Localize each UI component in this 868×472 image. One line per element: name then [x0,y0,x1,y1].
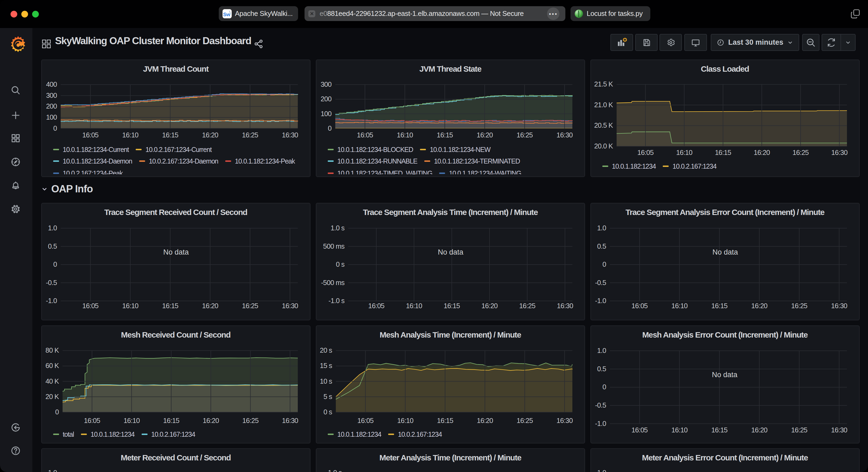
svg-text:0.5: 0.5 [597,242,606,250]
svg-text:16:05: 16:05 [356,131,373,139]
svg-text:16:10: 16:10 [123,417,140,424]
svg-text:16:10: 16:10 [676,149,692,156]
svg-text:200: 200 [46,102,57,110]
svg-text:1.0 s: 1.0 s [331,224,344,232]
svg-text:16:20: 16:20 [202,302,218,309]
svg-text:16:20: 16:20 [481,302,498,309]
svg-text:16:15: 16:15 [715,149,731,156]
svg-text:21.5 K: 21.5 K [594,80,613,88]
svg-text:200: 200 [320,95,332,103]
svg-text:16:05: 16:05 [82,131,98,139]
svg-text:0.5: 0.5 [597,365,606,373]
svg-text:16:15: 16:15 [163,417,179,424]
svg-text:16:15: 16:15 [711,426,727,434]
svg-text:16:20: 16:20 [202,131,218,139]
svg-text:16:05: 16:05 [368,302,384,309]
svg-text:16:15: 16:15 [162,302,178,309]
svg-text:16:10: 16:10 [671,426,687,434]
svg-text:16:30: 16:30 [556,417,573,424]
svg-text:16:30: 16:30 [282,131,298,139]
svg-text:40 K: 40 K [45,377,59,385]
svg-text:0: 0 [55,408,59,416]
svg-text:16:15: 16:15 [443,302,460,309]
svg-text:0 s: 0 s [323,408,332,416]
svg-text:16:10: 16:10 [671,302,687,309]
svg-text:16:15: 16:15 [436,131,453,139]
svg-text:300: 300 [320,80,332,88]
svg-text:-1.0: -1.0 [46,297,57,304]
svg-text:1.0: 1.0 [597,224,606,232]
svg-text:20.5 K: 20.5 K [594,122,613,129]
svg-text:1.0 s: 1.0 s [328,469,342,472]
svg-text:16:05: 16:05 [631,426,648,434]
svg-text:16:05: 16:05 [637,149,654,156]
svg-text:0: 0 [602,383,606,391]
svg-text:16:30: 16:30 [557,302,573,309]
svg-text:5 s: 5 s [323,393,332,400]
svg-text:20 s: 20 s [320,346,332,354]
svg-text:16:15: 16:15 [162,131,178,139]
svg-text:100: 100 [320,110,332,117]
svg-text:16:25: 16:25 [516,131,533,139]
svg-text:20 K: 20 K [45,393,59,400]
svg-text:16:30: 16:30 [282,417,298,424]
svg-text:16:15: 16:15 [711,302,727,309]
svg-text:16:25: 16:25 [242,417,259,424]
svg-text:16:20: 16:20 [751,302,767,309]
svg-text:16:20: 16:20 [754,149,770,156]
svg-text:1.0: 1.0 [597,469,606,472]
svg-text:16:20: 16:20 [751,426,767,434]
svg-text:16:25: 16:25 [793,149,809,156]
svg-text:16:30: 16:30 [282,302,298,309]
svg-text:Sw: Sw [223,11,230,17]
svg-text:16:20: 16:20 [476,417,493,424]
svg-text:0: 0 [602,261,606,268]
svg-text:16:30: 16:30 [556,131,572,139]
svg-text:-0.5: -0.5 [595,279,606,286]
svg-text:16:05: 16:05 [631,302,648,309]
svg-text:16:10: 16:10 [406,302,422,309]
svg-text:15 s: 15 s [320,362,332,369]
svg-text:10 s: 10 s [320,377,332,385]
svg-text:-0.5: -0.5 [46,279,57,286]
svg-text:16:15: 16:15 [437,417,454,424]
svg-text:16:25: 16:25 [517,417,533,424]
svg-text:16:25: 16:25 [242,131,258,139]
svg-text:-0.5: -0.5 [595,401,606,409]
svg-text:16:10: 16:10 [122,131,138,139]
svg-text:0: 0 [328,125,332,132]
svg-text:60 K: 60 K [45,362,59,369]
svg-text:500 ms: 500 ms [323,242,344,250]
svg-text:16:20: 16:20 [203,417,219,424]
svg-text:16:30: 16:30 [831,426,847,434]
svg-text:0: 0 [53,125,57,132]
svg-text:21.0 K: 21.0 K [594,101,613,108]
svg-text:400: 400 [46,80,57,88]
svg-text:-1.0: -1.0 [595,297,606,304]
svg-text:0 s: 0 s [336,261,344,268]
svg-text:16:05: 16:05 [82,302,98,309]
svg-text:80 K: 80 K [45,346,59,354]
svg-text:1.0: 1.0 [48,469,57,472]
svg-text:0.5: 0.5 [48,242,57,250]
svg-text:0: 0 [53,261,57,268]
svg-text:16:10: 16:10 [122,302,138,309]
svg-text:-500 ms: -500 ms [321,279,344,286]
svg-text:20.0 K: 20.0 K [594,142,613,150]
svg-text:16:10: 16:10 [397,417,413,424]
svg-text:16:25: 16:25 [791,426,807,434]
svg-text:16:25: 16:25 [791,302,807,309]
svg-text:16:30: 16:30 [831,302,847,309]
svg-text:100: 100 [46,113,57,121]
svg-text:16:25: 16:25 [519,302,535,309]
svg-text:1.0: 1.0 [48,224,57,232]
svg-text:16:30: 16:30 [831,149,847,156]
svg-text:16:20: 16:20 [476,131,493,139]
svg-text:16:05: 16:05 [357,417,374,424]
svg-text:16:05: 16:05 [84,417,100,424]
svg-text:-1.0 s: -1.0 s [328,297,344,304]
svg-text:300: 300 [46,92,57,99]
svg-text:-1.0: -1.0 [595,420,606,427]
svg-text:16:10: 16:10 [397,131,413,139]
svg-text:16:25: 16:25 [242,302,258,309]
